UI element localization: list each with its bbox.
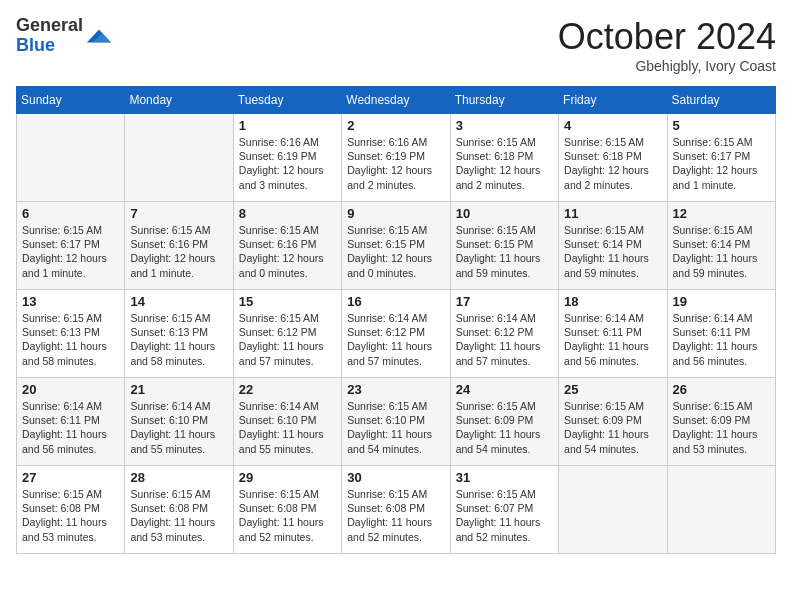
day-info: Sunrise: 6:15 AM Sunset: 6:13 PM Dayligh… <box>22 311 119 368</box>
day-info: Sunrise: 6:14 AM Sunset: 6:10 PM Dayligh… <box>239 399 336 456</box>
day-info: Sunrise: 6:15 AM Sunset: 6:18 PM Dayligh… <box>456 135 553 192</box>
day-info: Sunrise: 6:14 AM Sunset: 6:12 PM Dayligh… <box>347 311 444 368</box>
day-info: Sunrise: 6:16 AM Sunset: 6:19 PM Dayligh… <box>239 135 336 192</box>
calendar-cell: 25Sunrise: 6:15 AM Sunset: 6:09 PM Dayli… <box>559 378 667 466</box>
day-info: Sunrise: 6:15 AM Sunset: 6:15 PM Dayligh… <box>347 223 444 280</box>
day-number: 8 <box>239 206 336 221</box>
calendar-cell: 29Sunrise: 6:15 AM Sunset: 6:08 PM Dayli… <box>233 466 341 554</box>
day-info: Sunrise: 6:14 AM Sunset: 6:10 PM Dayligh… <box>130 399 227 456</box>
calendar-cell: 15Sunrise: 6:15 AM Sunset: 6:12 PM Dayli… <box>233 290 341 378</box>
calendar-cell: 30Sunrise: 6:15 AM Sunset: 6:08 PM Dayli… <box>342 466 450 554</box>
calendar-week-4: 20Sunrise: 6:14 AM Sunset: 6:11 PM Dayli… <box>17 378 776 466</box>
day-info: Sunrise: 6:16 AM Sunset: 6:19 PM Dayligh… <box>347 135 444 192</box>
day-number: 21 <box>130 382 227 397</box>
calendar-cell: 6Sunrise: 6:15 AM Sunset: 6:17 PM Daylig… <box>17 202 125 290</box>
calendar-cell: 19Sunrise: 6:14 AM Sunset: 6:11 PM Dayli… <box>667 290 775 378</box>
day-info: Sunrise: 6:15 AM Sunset: 6:09 PM Dayligh… <box>673 399 770 456</box>
day-number: 17 <box>456 294 553 309</box>
logo: General Blue <box>16 16 113 56</box>
day-number: 24 <box>456 382 553 397</box>
column-header-monday: Monday <box>125 87 233 114</box>
calendar-cell: 16Sunrise: 6:14 AM Sunset: 6:12 PM Dayli… <box>342 290 450 378</box>
location: Gbehigbly, Ivory Coast <box>558 58 776 74</box>
calendar-cell: 28Sunrise: 6:15 AM Sunset: 6:08 PM Dayli… <box>125 466 233 554</box>
calendar-cell: 1Sunrise: 6:16 AM Sunset: 6:19 PM Daylig… <box>233 114 341 202</box>
calendar-cell: 17Sunrise: 6:14 AM Sunset: 6:12 PM Dayli… <box>450 290 558 378</box>
day-number: 7 <box>130 206 227 221</box>
calendar-cell: 27Sunrise: 6:15 AM Sunset: 6:08 PM Dayli… <box>17 466 125 554</box>
day-info: Sunrise: 6:15 AM Sunset: 6:09 PM Dayligh… <box>456 399 553 456</box>
day-info: Sunrise: 6:14 AM Sunset: 6:11 PM Dayligh… <box>22 399 119 456</box>
day-info: Sunrise: 6:15 AM Sunset: 6:17 PM Dayligh… <box>673 135 770 192</box>
day-number: 6 <box>22 206 119 221</box>
day-number: 15 <box>239 294 336 309</box>
day-number: 22 <box>239 382 336 397</box>
day-info: Sunrise: 6:15 AM Sunset: 6:18 PM Dayligh… <box>564 135 661 192</box>
logo-general: General <box>16 16 83 36</box>
logo-icon <box>85 22 113 50</box>
calendar-cell: 4Sunrise: 6:15 AM Sunset: 6:18 PM Daylig… <box>559 114 667 202</box>
calendar-week-3: 13Sunrise: 6:15 AM Sunset: 6:13 PM Dayli… <box>17 290 776 378</box>
calendar-cell: 3Sunrise: 6:15 AM Sunset: 6:18 PM Daylig… <box>450 114 558 202</box>
day-info: Sunrise: 6:15 AM Sunset: 6:17 PM Dayligh… <box>22 223 119 280</box>
column-header-thursday: Thursday <box>450 87 558 114</box>
day-number: 5 <box>673 118 770 133</box>
calendar-cell: 2Sunrise: 6:16 AM Sunset: 6:19 PM Daylig… <box>342 114 450 202</box>
day-number: 30 <box>347 470 444 485</box>
day-number: 11 <box>564 206 661 221</box>
day-number: 20 <box>22 382 119 397</box>
day-number: 10 <box>456 206 553 221</box>
day-number: 2 <box>347 118 444 133</box>
day-number: 19 <box>673 294 770 309</box>
calendar-cell <box>667 466 775 554</box>
calendar-cell: 8Sunrise: 6:15 AM Sunset: 6:16 PM Daylig… <box>233 202 341 290</box>
day-number: 3 <box>456 118 553 133</box>
day-number: 31 <box>456 470 553 485</box>
column-header-tuesday: Tuesday <box>233 87 341 114</box>
calendar-cell: 14Sunrise: 6:15 AM Sunset: 6:13 PM Dayli… <box>125 290 233 378</box>
calendar-week-5: 27Sunrise: 6:15 AM Sunset: 6:08 PM Dayli… <box>17 466 776 554</box>
calendar-cell: 22Sunrise: 6:14 AM Sunset: 6:10 PM Dayli… <box>233 378 341 466</box>
calendar-cell: 31Sunrise: 6:15 AM Sunset: 6:07 PM Dayli… <box>450 466 558 554</box>
day-info: Sunrise: 6:15 AM Sunset: 6:13 PM Dayligh… <box>130 311 227 368</box>
day-info: Sunrise: 6:15 AM Sunset: 6:15 PM Dayligh… <box>456 223 553 280</box>
day-info: Sunrise: 6:14 AM Sunset: 6:11 PM Dayligh… <box>564 311 661 368</box>
day-number: 9 <box>347 206 444 221</box>
column-header-saturday: Saturday <box>667 87 775 114</box>
calendar-table: SundayMondayTuesdayWednesdayThursdayFrid… <box>16 86 776 554</box>
day-info: Sunrise: 6:15 AM Sunset: 6:08 PM Dayligh… <box>130 487 227 544</box>
day-number: 23 <box>347 382 444 397</box>
day-info: Sunrise: 6:15 AM Sunset: 6:08 PM Dayligh… <box>347 487 444 544</box>
column-header-wednesday: Wednesday <box>342 87 450 114</box>
calendar-week-2: 6Sunrise: 6:15 AM Sunset: 6:17 PM Daylig… <box>17 202 776 290</box>
day-number: 18 <box>564 294 661 309</box>
day-number: 13 <box>22 294 119 309</box>
column-header-sunday: Sunday <box>17 87 125 114</box>
day-number: 27 <box>22 470 119 485</box>
day-info: Sunrise: 6:15 AM Sunset: 6:08 PM Dayligh… <box>239 487 336 544</box>
day-number: 14 <box>130 294 227 309</box>
day-number: 4 <box>564 118 661 133</box>
calendar-cell: 5Sunrise: 6:15 AM Sunset: 6:17 PM Daylig… <box>667 114 775 202</box>
calendar-cell: 26Sunrise: 6:15 AM Sunset: 6:09 PM Dayli… <box>667 378 775 466</box>
calendar-cell: 11Sunrise: 6:15 AM Sunset: 6:14 PM Dayli… <box>559 202 667 290</box>
day-info: Sunrise: 6:15 AM Sunset: 6:12 PM Dayligh… <box>239 311 336 368</box>
day-number: 25 <box>564 382 661 397</box>
day-info: Sunrise: 6:14 AM Sunset: 6:12 PM Dayligh… <box>456 311 553 368</box>
day-info: Sunrise: 6:15 AM Sunset: 6:16 PM Dayligh… <box>239 223 336 280</box>
day-info: Sunrise: 6:15 AM Sunset: 6:10 PM Dayligh… <box>347 399 444 456</box>
day-number: 12 <box>673 206 770 221</box>
calendar-cell: 24Sunrise: 6:15 AM Sunset: 6:09 PM Dayli… <box>450 378 558 466</box>
calendar-cell: 7Sunrise: 6:15 AM Sunset: 6:16 PM Daylig… <box>125 202 233 290</box>
calendar-cell: 20Sunrise: 6:14 AM Sunset: 6:11 PM Dayli… <box>17 378 125 466</box>
day-info: Sunrise: 6:15 AM Sunset: 6:16 PM Dayligh… <box>130 223 227 280</box>
title-block: October 2024 Gbehigbly, Ivory Coast <box>558 16 776 74</box>
day-info: Sunrise: 6:15 AM Sunset: 6:07 PM Dayligh… <box>456 487 553 544</box>
calendar-week-1: 1Sunrise: 6:16 AM Sunset: 6:19 PM Daylig… <box>17 114 776 202</box>
day-number: 16 <box>347 294 444 309</box>
column-header-friday: Friday <box>559 87 667 114</box>
calendar-cell: 18Sunrise: 6:14 AM Sunset: 6:11 PM Dayli… <box>559 290 667 378</box>
logo-blue: Blue <box>16 36 83 56</box>
day-number: 26 <box>673 382 770 397</box>
calendar-cell: 23Sunrise: 6:15 AM Sunset: 6:10 PM Dayli… <box>342 378 450 466</box>
